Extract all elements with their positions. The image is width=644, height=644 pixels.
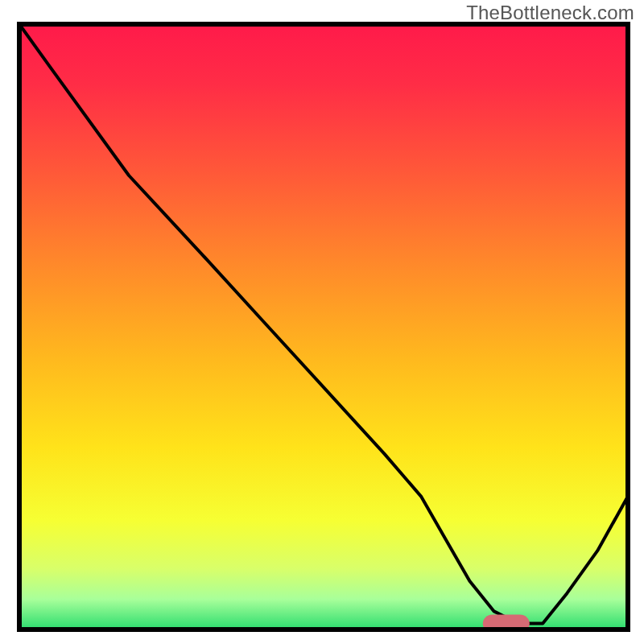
watermark-text: TheBottleneck.com bbox=[466, 2, 634, 24]
gradient-background bbox=[19, 24, 628, 630]
bottleneck-chart bbox=[0, 0, 644, 644]
chart-container: TheBottleneck.com bbox=[0, 0, 644, 644]
